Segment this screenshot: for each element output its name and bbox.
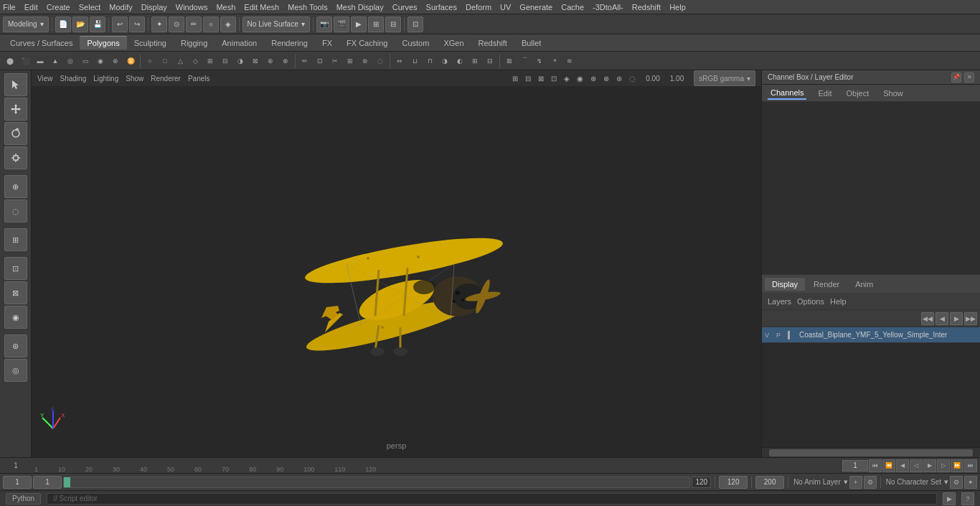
select-tool-btn[interactable]: ✦ [151, 17, 167, 32]
frame-start-input[interactable] [3, 476, 32, 489]
play-fwd-btn[interactable]: ▶ [923, 459, 936, 472]
dtab-anim[interactable]: Anim [848, 278, 880, 291]
layer-prev-btn[interactable]: ◀ [936, 312, 948, 325]
connect-btn[interactable]: ⊞ [343, 54, 357, 68]
menu-windows[interactable]: Windows [176, 3, 208, 11]
select-tool[interactable] [4, 73, 27, 96]
tab-fx-caching[interactable]: FX Caching [339, 37, 395, 50]
script-run-btn[interactable]: ▶ [943, 492, 956, 505]
menu-modify[interactable]: Modify [109, 3, 132, 11]
vp-icon6[interactable]: ◉ [577, 75, 583, 83]
layer-scrollbar[interactable] [762, 447, 980, 457]
retopo-btn[interactable]: ⊟ [483, 54, 497, 68]
tab-rendering[interactable]: Rendering [264, 37, 315, 50]
polygon3-btn[interactable]: △ [173, 54, 187, 68]
dtab-render[interactable]: Render [806, 278, 847, 291]
prev-key-btn[interactable]: ⏪ [882, 459, 895, 472]
layer-playback-toggle[interactable]: P [776, 332, 785, 339]
render-seq-btn[interactable]: 🎬 [334, 17, 349, 32]
layout-btn[interactable]: ⊡ [407, 17, 423, 32]
save-file-btn[interactable]: 💾 [90, 17, 105, 32]
tab-animation[interactable]: Animation [215, 37, 264, 50]
camera-btn[interactable]: ◉ [4, 306, 27, 329]
menu-3dtool[interactable]: -3DtoAll- [593, 3, 623, 11]
torus-btn[interactable]: ◎ [63, 54, 77, 68]
vp-icon9[interactable]: ⊛ [616, 75, 622, 83]
tab-xgen[interactable]: XGen [436, 37, 471, 50]
display-btn[interactable]: ⊞ [368, 17, 384, 32]
bend-btn[interactable]: ⌒ [517, 54, 532, 68]
viewport-canvas[interactable] [32, 70, 761, 457]
bridge-btn[interactable]: ⊠ [248, 54, 263, 68]
target-weld-btn[interactable]: ⊛ [358, 54, 372, 68]
extrude-btn[interactable]: ⊟ [218, 54, 232, 68]
cube-icon-btn[interactable]: ⬛ [18, 54, 32, 68]
show-manip[interactable]: ⊛ [4, 334, 27, 357]
menu-mesh-display[interactable]: Mesh Display [336, 3, 384, 11]
tab-sculpting[interactable]: Sculpting [127, 37, 174, 50]
menu-generate[interactable]: Generate [519, 3, 552, 11]
ch-tab-object[interactable]: Object [843, 88, 872, 99]
lay-opt-layers[interactable]: Layers [768, 297, 791, 306]
uv-btn[interactable]: ⊟ [385, 17, 401, 32]
vp-icon4[interactable]: ⊡ [551, 75, 557, 83]
pipe-btn[interactable]: ⊕ [108, 54, 123, 68]
move-tool[interactable] [4, 98, 27, 121]
menu-edit-mesh[interactable]: Edit Mesh [244, 3, 279, 11]
vp-icon3[interactable]: ⊠ [538, 75, 544, 83]
shading-menu[interactable]: Shading [60, 75, 87, 83]
twist-btn[interactable]: ↯ [532, 54, 547, 68]
menu-display[interactable]: Display [141, 3, 167, 11]
mirror-btn[interactable]: ⇔ [392, 54, 407, 68]
open-file-btn[interactable]: 📂 [72, 17, 88, 32]
sculpt-btn[interactable]: ◌ [373, 54, 387, 68]
draw-btn[interactable]: ✏ [298, 54, 312, 68]
vp-icon8[interactable]: ⊗ [603, 75, 609, 83]
square-btn[interactable]: □ [158, 54, 172, 68]
cylinder-btn[interactable]: ▬ [33, 54, 47, 68]
python-tab[interactable]: Python [6, 493, 41, 505]
current-frame-input[interactable] [842, 460, 868, 472]
skip-end-btn[interactable]: ⏭ [964, 459, 977, 472]
render-snap-btn[interactable]: 📷 [316, 17, 332, 32]
vp-icon10[interactable]: ◌ [629, 75, 636, 83]
cone-btn[interactable]: ▲ [48, 54, 62, 68]
menu-help[interactable]: Help [669, 3, 686, 11]
multi-btn[interactable]: ⊞ [203, 54, 217, 68]
playback-max-input[interactable] [755, 476, 784, 489]
prev-frame-btn[interactable]: ◀ [896, 459, 909, 472]
gamma-dropdown[interactable]: sRGB gamma ▾ [694, 70, 755, 86]
hide-btn[interactable]: ◎ [4, 359, 27, 382]
disk-btn[interactable]: ◉ [93, 54, 108, 68]
bevel-btn[interactable]: ◑ [233, 54, 248, 68]
plane-btn[interactable]: ▭ [78, 54, 93, 68]
anim-layer-add[interactable]: + [849, 476, 862, 489]
lighting-menu[interactable]: Lighting [93, 75, 118, 83]
menu-redshift[interactable]: Redshift [632, 3, 661, 11]
lasso-btn[interactable]: ⊙ [169, 17, 184, 32]
lay-opt-help[interactable]: Help [830, 297, 847, 306]
soft-select[interactable]: ◌ [4, 200, 27, 222]
tab-redshift[interactable]: Redshift [471, 37, 514, 50]
renderer-menu[interactable]: Renderer [151, 75, 181, 83]
skip-start-btn[interactable]: ⏮ [869, 459, 882, 472]
next-key-btn[interactable]: ⏩ [951, 459, 963, 472]
playback-end-input[interactable] [719, 476, 748, 489]
bool-diff-btn[interactable]: ⊓ [423, 54, 437, 68]
menu-uv[interactable]: UV [500, 3, 511, 11]
flare-btn[interactable]: ⌖ [547, 54, 562, 68]
panel-close-btn[interactable]: ✕ [964, 72, 974, 83]
dtab-display[interactable]: Display [765, 278, 805, 291]
layer-next-btn[interactable]: ▶ [950, 312, 963, 325]
ch-tab-show[interactable]: Show [880, 88, 906, 99]
layer-end-btn[interactable]: ▶▶ [964, 312, 977, 325]
menu-mesh[interactable]: Mesh [216, 3, 235, 11]
vp-icon1[interactable]: ⊞ [512, 75, 518, 83]
marquee-select[interactable]: ⊞ [4, 228, 27, 251]
menu-curves[interactable]: Curves [392, 3, 418, 11]
remesh-btn[interactable]: ⊞ [468, 54, 482, 68]
anim-layer-settings[interactable]: ⚙ [864, 476, 877, 489]
help-btn[interactable]: ? [961, 492, 974, 505]
smooth-btn[interactable]: ◑ [438, 54, 452, 68]
timeline-ruler[interactable]: 1 10 20 30 40 50 60 70 80 90 100 110 120 [32, 458, 839, 473]
